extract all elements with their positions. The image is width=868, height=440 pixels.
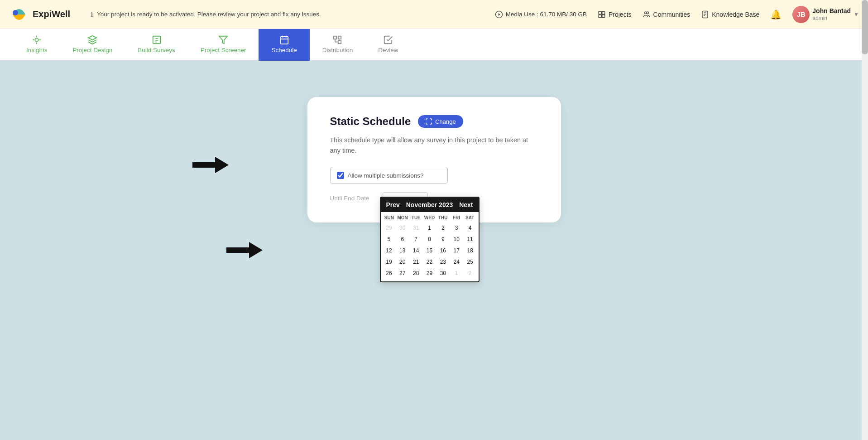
calendar-day[interactable]: 12 [383, 245, 396, 256]
tab-schedule[interactable]: Schedule [259, 29, 309, 61]
user-profile[interactable]: JB John Bantad admin ▼ [792, 6, 859, 23]
schedule-icon [279, 35, 289, 45]
svg-marker-3 [498, 13, 500, 16]
calendar-day[interactable]: 30 [396, 222, 409, 233]
calendar-day[interactable]: 24 [450, 256, 463, 267]
calendar-month-year: November 2023 [406, 201, 453, 208]
calendar-day[interactable]: 2 [436, 222, 450, 233]
calendar-day[interactable]: 16 [436, 245, 450, 256]
calendar-day[interactable]: 8 [423, 234, 436, 245]
tab-project-design[interactable]: Project Design [60, 29, 125, 61]
calendar-day[interactable]: 4 [464, 222, 477, 233]
arrow1-icon [192, 155, 229, 175]
calendar-grid: 2930311234567891011121314151617181920212… [381, 222, 479, 281]
calendar-popup: Prev November 2023 Next SUN MON TUE WED … [380, 197, 480, 282]
tab-review[interactable]: Review [365, 29, 411, 61]
chevron-down-icon: ▼ [854, 11, 859, 18]
svg-rect-5 [602, 11, 605, 14]
calendar-day[interactable]: 5 [383, 234, 396, 245]
communities-nav[interactable]: Communities [643, 10, 691, 19]
tab-distribution-label: Distribution [322, 47, 353, 53]
day-header-mon: MON [396, 214, 409, 222]
calendar-day[interactable]: 27 [396, 268, 409, 279]
tab-project-screener[interactable]: Project Screener [188, 29, 259, 61]
multiple-submissions-checkbox[interactable] [337, 172, 344, 179]
media-use-label: Media Use : 61.70 MB/ 30 GB [506, 11, 587, 18]
calendar-day[interactable]: 31 [409, 222, 422, 233]
tab-distribution[interactable]: Distribution [310, 29, 366, 61]
build-surveys-icon [152, 35, 162, 45]
communities-icon [643, 10, 651, 19]
calendar-day[interactable]: 29 [383, 222, 396, 233]
calendar-day[interactable]: 26 [383, 268, 396, 279]
calendar-day[interactable]: 23 [436, 256, 450, 267]
calendar-day[interactable]: 14 [409, 245, 422, 256]
knowledge-base-label: Knowledge Base [712, 11, 759, 18]
schedule-card: Static Schedule Change This schedule typ… [307, 97, 561, 222]
svg-rect-28 [334, 36, 336, 39]
calendar-day[interactable]: 29 [423, 268, 436, 279]
svg-marker-36 [249, 242, 263, 258]
arrow-to-checkbox [192, 155, 229, 177]
top-banner: ExpiWell ℹ Your project is ready to be a… [0, 0, 868, 29]
distribution-icon [332, 35, 342, 45]
day-header-thu: THU [436, 214, 450, 222]
calendar-day[interactable]: 21 [409, 256, 422, 267]
scrollbar-track[interactable] [862, 0, 868, 440]
main-content: Static Schedule Change This schedule typ… [0, 61, 868, 222]
svg-rect-4 [599, 11, 601, 14]
info-icon: ℹ [91, 10, 93, 19]
calendar-day[interactable]: 22 [423, 256, 436, 267]
notifications-bell[interactable]: 🔔 [770, 9, 782, 20]
calendar-day[interactable]: 30 [436, 268, 450, 279]
calendar-day-headers: SUN MON TUE WED THU FRI SAT [381, 212, 479, 222]
calendar-day[interactable]: 2 [464, 268, 477, 279]
calendar-day[interactable]: 20 [396, 256, 409, 267]
user-info: John Bantad admin [812, 7, 851, 22]
calendar-day[interactable]: 19 [383, 256, 396, 267]
svg-rect-24 [280, 37, 288, 44]
svg-marker-34 [215, 157, 229, 173]
projects-label: Projects [609, 11, 632, 18]
multiple-submissions-checkbox-row[interactable]: Allow multiple submissions? [330, 167, 448, 184]
calendar-next-button[interactable]: Next [459, 201, 473, 208]
calendar-day[interactable]: 17 [450, 245, 463, 256]
day-header-tue: TUE [409, 214, 423, 222]
calendar-day[interactable]: 10 [450, 234, 463, 245]
change-button[interactable]: Change [418, 115, 463, 128]
calendar-day[interactable]: 28 [409, 268, 422, 279]
scrollbar-thumb[interactable] [862, 0, 868, 54]
tab-insights-label: Insights [26, 47, 48, 53]
day-header-fri: FRI [450, 214, 463, 222]
media-use-indicator: Media Use : 61.70 MB/ 30 GB [495, 10, 587, 19]
calendar-day[interactable]: 3 [450, 222, 463, 233]
calendar-day[interactable]: 7 [409, 234, 422, 245]
expiwell-logo-icon [9, 5, 29, 24]
schedule-description: This schedule type will allow any survey… [330, 135, 538, 156]
arrow2-icon [226, 240, 263, 260]
calendar-day[interactable]: 13 [396, 245, 409, 256]
calendar-day[interactable]: 11 [464, 234, 477, 245]
tab-build-surveys[interactable]: Build Surveys [125, 29, 188, 61]
calendar-day[interactable]: 18 [464, 245, 477, 256]
svg-rect-30 [338, 41, 341, 44]
logo-area: ExpiWell [9, 5, 91, 24]
knowledge-base-nav[interactable]: Knowledge Base [701, 10, 759, 19]
calendar-day[interactable]: 25 [464, 256, 477, 267]
projects-nav[interactable]: Projects [598, 10, 632, 19]
calendar-day[interactable]: 6 [396, 234, 409, 245]
calendar-day[interactable]: 1 [450, 268, 463, 279]
svg-rect-6 [599, 15, 601, 17]
calendar-day[interactable]: 9 [436, 234, 450, 245]
calendar-prev-button[interactable]: Prev [386, 201, 400, 208]
calendar-day[interactable]: 15 [423, 245, 436, 256]
svg-rect-33 [192, 162, 215, 168]
logo-text: ExpiWell [33, 9, 70, 19]
svg-point-1 [13, 10, 18, 15]
svg-rect-7 [602, 15, 605, 17]
calendar-day[interactable]: 1 [423, 222, 436, 233]
tab-schedule-label: Schedule [271, 47, 297, 53]
banner-message: ℹ Your project is ready to be activated.… [91, 10, 495, 19]
svg-point-14 [35, 38, 38, 41]
tab-insights[interactable]: Insights [14, 29, 60, 61]
